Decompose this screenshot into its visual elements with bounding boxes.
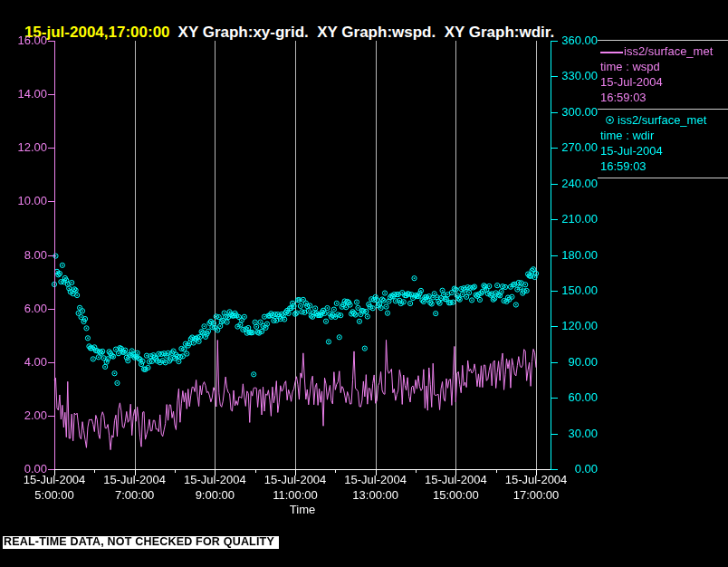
x-tick-time: 17:00:00 xyxy=(495,487,577,503)
right-axis-tick-label: 180.00 xyxy=(555,248,598,263)
legend-wdir-variable: time : wdir xyxy=(600,128,728,143)
x-tick-date: 15-Jul-2004 xyxy=(94,472,176,487)
x-tick-date: 15-Jul-2004 xyxy=(495,472,577,487)
x-axis-tick-label: 15-Jul-20049:00:00 xyxy=(174,472,255,503)
legend: iss2/surface_met time : wspd 15-Jul-2004… xyxy=(598,40,728,178)
x-axis-tick-label: 15-Jul-200417:00:00 xyxy=(495,472,577,503)
legend-wspd-time: 16:59:03 xyxy=(600,90,728,105)
left-axis-tick-label: 2.00 xyxy=(5,408,47,423)
left-axis-tick-label: 6.00 xyxy=(5,302,47,316)
x-tick-date: 15-Jul-2004 xyxy=(254,472,336,487)
right-axis-tick-label: 300.00 xyxy=(555,105,598,120)
legend-wdir-source: iss2/surface_met xyxy=(618,113,706,127)
xy-graph-window: 15-jul-2004,17:00:00XY Graph:xy-grid. XY… xyxy=(0,0,728,567)
x-tick-date: 15-Jul-2004 xyxy=(415,472,496,487)
x-tick-date: 15-Jul-2004 xyxy=(174,472,255,487)
left-axis-tick-label: 16.00 xyxy=(5,34,47,48)
x-axis-tick-label: 15-Jul-200415:00:00 xyxy=(415,472,496,503)
x-tick-time: 15:00:00 xyxy=(415,487,496,503)
x-tick-time: 9:00:00 xyxy=(174,487,255,503)
right-axis-tick-label: 90.00 xyxy=(555,355,598,370)
legend-wspd-variable: time : wspd xyxy=(600,59,728,74)
quality-warning-banner: REAL-TIME DATA, NOT CHECKED FOR QUALITY xyxy=(3,536,279,549)
x-tick-date: 15-Jul-2004 xyxy=(14,472,95,487)
circle-marker-icon xyxy=(606,116,614,124)
legend-wspd-source-line: iss2/surface_met xyxy=(600,43,728,59)
x-axis-tick-label: 15-Jul-200413:00:00 xyxy=(335,472,417,503)
right-axis-tick-label: 30.00 xyxy=(555,427,598,441)
left-axis-tick-label: 10.00 xyxy=(5,194,47,208)
left-axis-tick-label: 4.00 xyxy=(5,355,47,370)
x-axis-tick-label: 15-Jul-200411:00:00 xyxy=(254,472,336,503)
left-axis-tick-label: 14.00 xyxy=(5,87,47,101)
x-axis-tick-label: 15-Jul-20045:00:00 xyxy=(14,472,95,503)
left-axis-tick-label: 12.00 xyxy=(5,140,47,155)
right-axis-tick-label: 360.00 xyxy=(555,34,598,48)
legend-wspd-source: iss2/surface_met xyxy=(624,44,713,58)
right-axis-tick-label: 330.00 xyxy=(555,69,598,83)
line-sample-icon xyxy=(600,52,623,53)
legend-wspd-date: 15-Jul-2004 xyxy=(600,74,728,90)
legend-entry-wdir: iss2/surface_met time : wdir 15-Jul-2004… xyxy=(598,110,728,178)
x-tick-date: 15-Jul-2004 xyxy=(335,472,417,487)
x-axis-title: Time xyxy=(266,503,339,516)
x-tick-time: 7:00:00 xyxy=(94,487,176,503)
x-axis-tick-label: 15-Jul-20047:00:00 xyxy=(94,472,176,503)
left-axis-tick-label: 8.00 xyxy=(5,248,47,263)
legend-wdir-source-line: iss2/surface_met xyxy=(600,112,728,128)
right-axis-tick-label: 120.00 xyxy=(555,319,598,333)
x-tick-time: 11:00:00 xyxy=(254,487,336,503)
legend-wdir-time: 16:59:03 xyxy=(600,159,728,174)
right-axis-tick-label: 60.00 xyxy=(555,390,598,405)
right-axis-tick-label: 150.00 xyxy=(555,284,598,298)
legend-wdir-date: 15-Jul-2004 xyxy=(600,143,728,159)
right-axis-tick-label: 240.00 xyxy=(555,177,598,191)
right-axis-tick-label: 270.00 xyxy=(555,140,598,155)
legend-entry-wspd: iss2/surface_met time : wspd 15-Jul-2004… xyxy=(598,41,728,110)
x-tick-time: 13:00:00 xyxy=(335,487,417,503)
right-axis-tick-label: 210.00 xyxy=(555,212,598,226)
x-tick-time: 5:00:00 xyxy=(14,487,95,503)
